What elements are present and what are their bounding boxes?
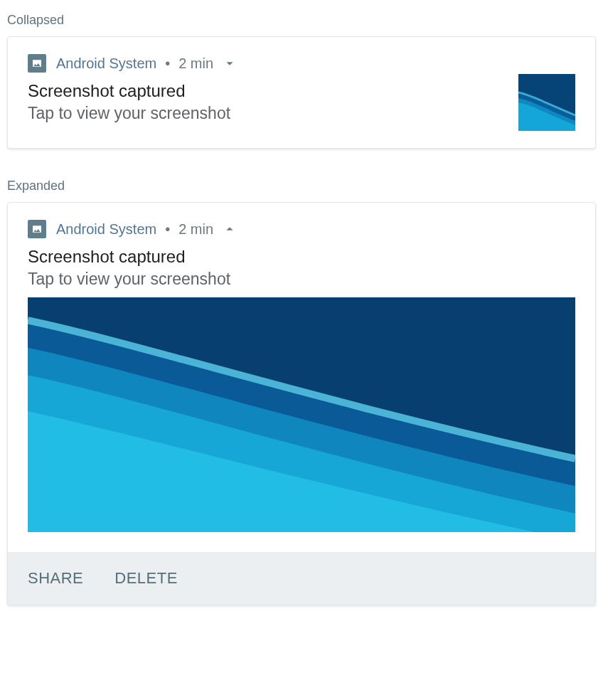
notification-text-block: Screenshot captured Tap to view your scr…: [28, 247, 575, 289]
notification-title: Screenshot captured: [28, 247, 575, 267]
notification-body: Tap to view your screenshot: [28, 104, 507, 123]
notification-card-expanded[interactable]: Android System • 2 min Screenshot captur…: [7, 202, 596, 605]
app-name: Android System: [56, 55, 156, 72]
timestamp: 2 min: [178, 221, 213, 238]
image-icon: [28, 220, 46, 238]
delete-button[interactable]: DELETE: [114, 569, 178, 588]
notification-actions: SHARE DELETE: [8, 552, 595, 605]
notification-header[interactable]: Android System • 2 min: [8, 203, 595, 243]
chevron-up-icon[interactable]: [222, 221, 238, 237]
image-icon: [28, 54, 46, 73]
screenshot-large-image: [28, 297, 575, 532]
notification-header[interactable]: Android System • 2 min: [8, 37, 595, 77]
chevron-down-icon[interactable]: [222, 55, 238, 71]
notification-title: Screenshot captured: [28, 81, 507, 101]
notification-card-collapsed[interactable]: Android System • 2 min Screenshot captur…: [7, 36, 596, 149]
separator-dot: •: [165, 221, 170, 238]
timestamp: 2 min: [178, 55, 213, 72]
notification-body: Tap to view your screenshot: [28, 270, 575, 289]
screenshot-thumbnail: [518, 74, 575, 131]
separator-dot: •: [165, 55, 170, 72]
section-label-collapsed: Collapsed: [7, 13, 596, 28]
notification-content[interactable]: Screenshot captured Tap to view your scr…: [8, 243, 595, 297]
notification-content[interactable]: Screenshot captured Tap to view your scr…: [8, 77, 595, 148]
section-label-expanded: Expanded: [7, 179, 596, 193]
app-name: Android System: [56, 221, 156, 238]
notification-text-block: Screenshot captured Tap to view your scr…: [28, 81, 507, 123]
share-button[interactable]: SHARE: [28, 569, 83, 588]
